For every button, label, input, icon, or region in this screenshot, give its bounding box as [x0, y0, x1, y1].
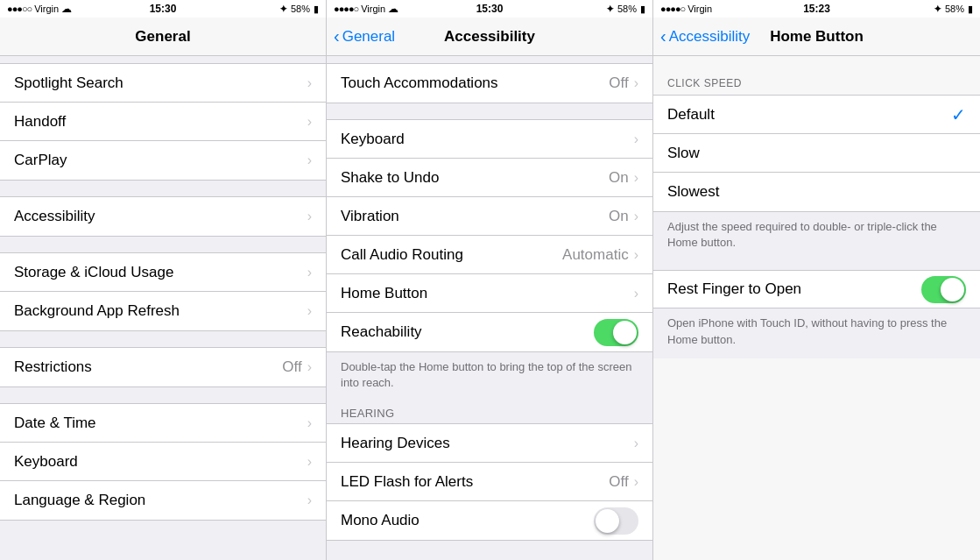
status-bar-1: ●●●○○ Virgin ☁ 15:30 ✦ 58% ▮ [0, 0, 326, 18]
chevron-icon: › [634, 75, 638, 91]
chevron-icon: › [307, 493, 312, 508]
signal-icon-3: ●●●●○ [660, 4, 685, 14]
chevron-icon: › [307, 359, 312, 375]
status-left-2: ●●●●○ Virgin ☁ [334, 3, 398, 15]
item-label-accessibility: Accessibility [14, 208, 307, 225]
speed-options-group: Default ✓ Slow Slowest [653, 95, 980, 212]
list-item-call-audio[interactable]: Call Audio Routing Automatic › [327, 236, 652, 274]
chevron-icon: › [307, 152, 312, 168]
status-right-1: ✦ 58% ▮ [279, 4, 319, 15]
list-item-touch-acc[interactable]: Touch Accommodations Off › [327, 64, 652, 103]
list-item-mono-audio[interactable]: Mono Audio [327, 501, 652, 540]
list-item-carplay[interactable]: CarPlay › [0, 141, 326, 180]
item-value-restrictions: Off [282, 358, 301, 376]
list-item-accessibility[interactable]: Accessibility › [0, 197, 326, 236]
chevron-icon: › [634, 170, 638, 186]
list-group-2c: Hearing Devices › LED Flash for Alerts O… [327, 423, 652, 541]
speed-label-slow: Slow [667, 145, 700, 162]
battery-percent-2: 58% [617, 4, 637, 14]
item-label-call-audio: Call Audio Routing [341, 246, 562, 264]
list-item-hearing-devices[interactable]: Hearing Devices › [327, 424, 652, 463]
speed-description: Adjust the speed required to double- or … [653, 212, 980, 261]
list-item-vibration[interactable]: Vibration On › [327, 197, 652, 236]
chevron-icon: › [307, 209, 312, 224]
speed-label-slowest: Slowest [667, 183, 720, 201]
speed-option-slow[interactable]: Slow [653, 134, 980, 173]
nav-title-3: Home Button [770, 28, 864, 46]
item-label-keyboard-2: Keyboard [341, 131, 634, 148]
chevron-icon: › [307, 454, 312, 470]
list-item-shake[interactable]: Shake to Undo On › [327, 159, 652, 197]
rest-finger-toggle[interactable] [921, 276, 966, 303]
item-value-call-audio: Automatic [562, 246, 629, 264]
mono-audio-toggle[interactable] [594, 507, 638, 535]
chevron-icon: › [307, 265, 312, 280]
list-group-1e: Date & Time › Keyboard › Language & Regi… [0, 403, 326, 521]
carrier-2: Virgin [361, 4, 385, 14]
item-label-mono-audio: Mono Audio [341, 512, 594, 529]
nav-bar-3: ‹ Accessibility Home Button [653, 18, 980, 56]
reachability-toggle[interactable] [594, 319, 638, 346]
chevron-icon: › [634, 131, 638, 147]
battery-icon-1: ▮ [314, 4, 319, 15]
item-label-reachability: Reachability [341, 323, 594, 341]
item-label-language: Language & Region [14, 492, 307, 509]
item-label-handoff: Handoff [14, 113, 307, 131]
item-label-datetime: Date & Time [14, 415, 307, 432]
time-1: 15:30 [150, 3, 177, 15]
item-value-touch-acc: Off [609, 74, 628, 92]
list-item-language[interactable]: Language & Region › [0, 481, 326, 520]
list-item-home-button[interactable]: Home Button › [327, 274, 652, 313]
scroll-area-2[interactable]: Touch Accommodations Off › Keyboard › Sh… [327, 56, 652, 560]
battery-icon-2: ▮ [640, 4, 645, 15]
chevron-icon: › [307, 114, 312, 130]
speed-option-default[interactable]: Default ✓ [653, 96, 980, 134]
list-item-spotlight[interactable]: Spotlight Search › [0, 64, 326, 103]
nav-bar-1: General [0, 18, 326, 56]
list-item-keyboard[interactable]: Keyboard › [0, 443, 326, 481]
item-label-hearing-devices: Hearing Devices [341, 435, 634, 452]
scroll-area-3[interactable]: CLICK SPEED Default ✓ Slow Slowest Adjus… [653, 56, 980, 560]
status-left-3: ●●●●○ Virgin [660, 4, 712, 14]
speed-option-slowest[interactable]: Slowest [653, 173, 980, 211]
list-item-storage[interactable]: Storage & iCloud Usage › [0, 253, 326, 292]
signal-icon-2: ●●●●○ [334, 4, 358, 14]
list-item-led-flash[interactable]: LED Flash for Alerts Off › [327, 463, 652, 501]
panel-general: ●●●○○ Virgin ☁ 15:30 ✦ 58% ▮ General Spo… [0, 0, 327, 560]
back-label-3: Accessibility [669, 28, 751, 46]
list-group-2b: Keyboard › Shake to Undo On › Vibration … [327, 119, 652, 352]
item-label-carplay: CarPlay [14, 152, 307, 169]
rest-finger-description: Open iPhone with Touch ID, without havin… [653, 308, 980, 358]
list-item-restrictions[interactable]: Restrictions Off › [0, 348, 326, 386]
list-item-reachability[interactable]: Reachability [327, 313, 652, 351]
bluetooth-icon-3: ✦ [934, 4, 941, 15]
wifi-icon-2: ☁ [388, 3, 398, 15]
nav-back-3[interactable]: ‹ Accessibility [660, 28, 750, 46]
battery-icon-3: ▮ [968, 4, 973, 15]
list-item-background[interactable]: Background App Refresh › [0, 292, 326, 330]
list-item-keyboard-2[interactable]: Keyboard › [327, 120, 652, 159]
item-label-led-flash: LED Flash for Alerts [341, 473, 609, 491]
list-group-1c: Storage & iCloud Usage › Background App … [0, 252, 326, 331]
rest-finger-label: Rest Finger to Open [667, 280, 801, 298]
item-label-storage: Storage & iCloud Usage [14, 264, 307, 281]
item-label-restrictions: Restrictions [14, 358, 282, 376]
scroll-area-1[interactable]: Spotlight Search › Handoff › CarPlay › A… [0, 56, 326, 560]
bluetooth-icon-1: ✦ [279, 4, 287, 15]
item-label-keyboard: Keyboard [14, 453, 307, 471]
signal-icon-1: ●●●○○ [7, 4, 32, 14]
nav-back-2[interactable]: ‹ General [334, 28, 395, 46]
list-item-handoff[interactable]: Handoff › [0, 103, 326, 141]
status-right-2: ✦ 58% ▮ [606, 4, 645, 15]
list-item-datetime[interactable]: Date & Time › [0, 404, 326, 443]
chevron-icon: › [634, 436, 638, 451]
back-chevron-icon-2: ‹ [334, 27, 340, 45]
nav-bar-2: ‹ General Accessibility [327, 18, 652, 56]
status-right-3: ✦ 58% ▮ [934, 4, 973, 15]
item-value-vibration: On [609, 208, 629, 225]
list-group-2a: Touch Accommodations Off › [327, 63, 652, 103]
back-label-2: General [342, 28, 395, 46]
battery-percent-1: 58% [291, 4, 310, 14]
panel-home-button: ●●●●○ Virgin 15:23 ✦ 58% ▮ ‹ Accessibili… [653, 0, 980, 560]
panel-accessibility: ●●●●○ Virgin ☁ 15:30 ✦ 58% ▮ ‹ General A… [327, 0, 653, 560]
